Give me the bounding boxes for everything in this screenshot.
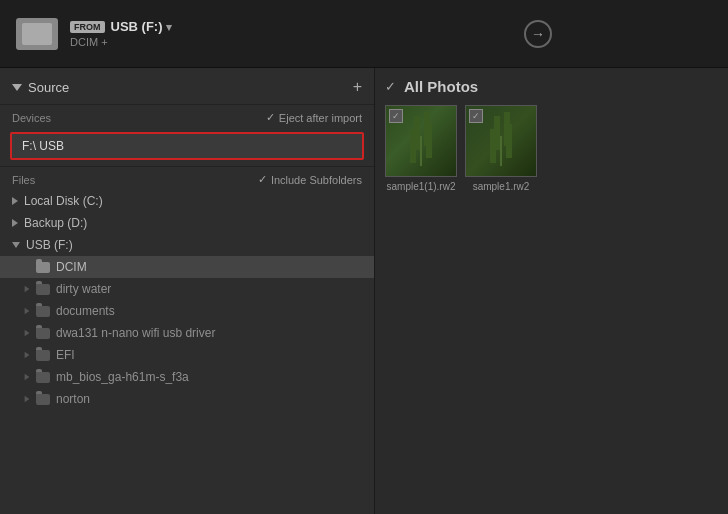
tree-item-local-disk[interactable]: Local Disk (C:) xyxy=(0,190,374,212)
selected-device[interactable]: F:\ USB xyxy=(10,132,364,160)
folder-icon xyxy=(36,372,50,383)
header-source-info: FROM USB (F:) ▾ DCIM + xyxy=(70,19,172,48)
expand-icon xyxy=(12,219,18,227)
header: FROM USB (F:) ▾ DCIM + → xyxy=(0,0,728,68)
devices-label: Devices xyxy=(12,112,51,124)
tree-item-backup[interactable]: Backup (D:) xyxy=(0,212,374,234)
expand-icon xyxy=(12,197,18,205)
thumbnail-1[interactable]: ✓ sample1(1).rw2 xyxy=(385,105,457,192)
next-arrow[interactable]: → xyxy=(524,20,552,48)
expand-icon xyxy=(25,352,30,358)
file-tree: Local Disk (C:) Backup (D:) USB (F:) DCI… xyxy=(0,190,374,410)
expand-icon xyxy=(25,330,30,336)
expand-icon xyxy=(25,396,30,402)
collapse-icon xyxy=(12,242,20,248)
all-photos-checkbox[interactable]: ✓ xyxy=(385,79,396,94)
folder-icon xyxy=(36,284,50,295)
tree-item-efi[interactable]: EFI xyxy=(0,344,374,366)
thumbnails-container: ✓ sample1(1).rw2 ✓ sample1.rw2 xyxy=(385,105,718,192)
thumbnail-2[interactable]: ✓ sample1.rw2 xyxy=(465,105,537,192)
files-section-row: Files ✓ Include Subfolders xyxy=(0,166,374,190)
folder-icon xyxy=(36,262,50,273)
left-panel: Source + Devices ✓ Eject after import F:… xyxy=(0,68,375,514)
collapse-icon[interactable] xyxy=(12,84,22,91)
tree-item-dirty-water[interactable]: dirty water xyxy=(0,278,374,300)
tree-item-usb[interactable]: USB (F:) xyxy=(0,234,374,256)
panel-title: Source xyxy=(12,80,69,95)
panel-header: Source + xyxy=(0,68,374,105)
add-button[interactable]: + xyxy=(353,78,362,96)
right-panel: ✓ All Photos ✓ sample1(1).rw2 ✓ sample1.… xyxy=(375,68,728,514)
thumb-label-1: sample1(1).rw2 xyxy=(387,181,456,192)
thumb-image-1[interactable]: ✓ xyxy=(385,105,457,177)
folder-icon xyxy=(36,328,50,339)
subfolders-checkbox[interactable]: ✓ Include Subfolders xyxy=(258,173,362,186)
device-icon xyxy=(16,18,58,50)
tree-item-mb-bios[interactable]: mb_bios_ga-h61m-s_f3a xyxy=(0,366,374,388)
files-label: Files xyxy=(12,174,35,186)
thumb-checkbox-2[interactable]: ✓ xyxy=(469,109,483,123)
thumb-checkbox-1[interactable]: ✓ xyxy=(389,109,403,123)
all-photos-header: ✓ All Photos xyxy=(385,78,718,95)
thumb-image-2[interactable]: ✓ xyxy=(465,105,537,177)
source-label: USB (F:) ▾ xyxy=(111,19,173,34)
expand-icon xyxy=(25,286,30,292)
devices-section-row: Devices ✓ Eject after import xyxy=(0,105,374,130)
eject-checkbox[interactable]: ✓ Eject after import xyxy=(266,111,362,124)
tree-item-documents[interactable]: documents xyxy=(0,300,374,322)
thumb-label-2: sample1.rw2 xyxy=(473,181,530,192)
folder-icon xyxy=(36,306,50,317)
folder-icon xyxy=(36,350,50,361)
from-badge: FROM xyxy=(70,21,105,33)
all-photos-title: All Photos xyxy=(404,78,478,95)
tree-item-norton[interactable]: norton xyxy=(0,388,374,410)
expand-icon xyxy=(25,308,30,314)
tree-item-dcim[interactable]: DCIM xyxy=(0,256,374,278)
expand-icon xyxy=(25,374,30,380)
folder-icon xyxy=(36,394,50,405)
tree-item-dwa131[interactable]: dwa131 n-nano wifi usb driver xyxy=(0,322,374,344)
header-sub-label: DCIM + xyxy=(70,36,172,48)
main-content: Source + Devices ✓ Eject after import F:… xyxy=(0,68,728,514)
